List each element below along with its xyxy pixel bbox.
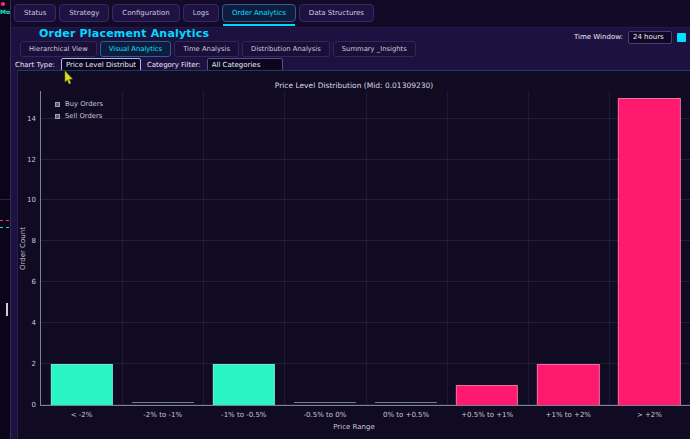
teal-dash-fragment [0,227,9,228]
chart-title: Price Level Distribution (Mid: 0.0130923… [18,81,690,90]
divider [0,199,10,200]
y-tick-label: 4 [32,319,36,327]
time-window-label: Time Window: [574,33,623,41]
v-gridline [366,91,367,405]
bar-2 [618,98,680,405]
bar-2 [50,364,112,405]
y-tick-label: 10 [27,196,36,204]
chart-panel: Price Level Distribution (Mid: 0.0130923… [17,70,690,439]
v-gridline [203,91,204,405]
x-tick-label: < -2% [71,411,93,419]
subtab-summary-insights[interactable]: Summary _Insights [333,41,416,57]
screen: Mo StatusStrategyConfigurationLogsOrder … [0,0,690,439]
order-analytics-window: StatusStrategyConfigurationLogsOrder Ana… [10,0,690,439]
bar-1-to-2 [537,364,599,405]
y-tick-label: 6 [32,278,36,286]
plot-area: 02468101214< -2%-2% to -1%-1% to -0.5%-0… [40,91,690,406]
y-tick-label: 0 [32,401,36,409]
tab-data-structures[interactable]: Data Structures [299,4,374,22]
time-window-select[interactable]: 24 hours [628,31,672,44]
y-tick-label: 8 [32,237,36,245]
bar-0-5-to-1 [456,385,518,405]
x-tick-label: 0% to +0.5% [383,411,429,419]
bar-0-5-to-0 [294,402,356,404]
category-filter-label: Category Filter: [147,61,201,69]
x-tick-label: +0.5% to +1% [461,411,513,419]
bar-1-to-0-5 [213,364,275,405]
time-window-value: 24 hours [633,33,664,41]
v-gridline [122,91,123,405]
legend-marker [55,114,60,119]
auto-refresh-checkbox[interactable] [677,33,686,42]
y-axis-label: Order Count [18,91,28,406]
chart-type-label: Chart Type: [15,61,55,69]
subtab-hierarchical-view[interactable]: Hierarchical View [20,41,97,57]
scrollbar-fragment[interactable] [6,303,8,316]
mouse-cursor [64,71,74,85]
subtab-visual-analytics[interactable]: Visual Analytics [100,41,171,57]
x-tick-label: -2% to -1% [143,411,182,419]
background-window-fragment: Mo [0,0,10,439]
analytics-subtab-bar: Hierarchical ViewVisual AnalyticsTime An… [20,41,416,57]
tab-configuration[interactable]: Configuration [112,4,179,22]
bar-2-to-1 [132,402,194,404]
legend-item-buy-orders[interactable]: Buy Orders [55,100,103,108]
legend-marker [55,102,60,107]
subtab-distribution-analysis[interactable]: Distribution Analysis [242,41,330,57]
tab-order-analytics[interactable]: Order Analytics [222,4,296,22]
background-text-fragment: Mo [0,8,10,15]
time-window-group: Time Window: 24 hours Auto Refresh [574,30,690,44]
tab-logs[interactable]: Logs [183,4,219,22]
tab-strategy[interactable]: Strategy [59,4,109,22]
x-tick-label: -1% to -0.5% [221,411,266,419]
v-gridline [284,91,285,405]
main-tab-bar: StatusStrategyConfigurationLogsOrder Ana… [11,0,690,28]
legend-label: Buy Orders [65,100,103,108]
x-tick-label: > +2% [637,411,662,419]
y-tick-label: 12 [27,156,36,164]
tab-status[interactable]: Status [14,4,56,22]
y-tick-label: 14 [27,115,36,123]
pink-dash-fragment [0,220,9,221]
legend-item-sell-orders[interactable]: Sell Orders [55,112,103,120]
legend-label: Sell Orders [65,112,102,120]
y-tick-label: 2 [32,360,36,368]
x-axis-label: Price Range [18,423,690,431]
v-gridline [528,91,529,405]
page-title: Order Placement Analytics [39,27,209,40]
v-gridline [447,91,448,405]
v-gridline [609,91,610,405]
status-dot [1,2,5,6]
x-tick-label: -0.5% to 0% [303,411,346,419]
subtab-time-analysis[interactable]: Time Analysis [174,41,239,57]
x-tick-label: +1% to +2% [546,411,591,419]
chart-legend: Buy OrdersSell Orders [55,100,103,120]
bar-0-to-0-5 [375,402,437,404]
